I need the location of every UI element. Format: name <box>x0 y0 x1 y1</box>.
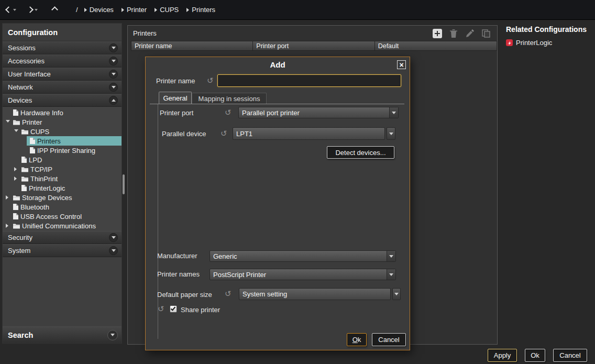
column-header-default[interactable]: Default <box>375 41 497 50</box>
printer-names-select[interactable]: PostScript Printer <box>210 269 396 280</box>
chevron-down-icon <box>112 47 116 49</box>
expand-category-button[interactable] <box>109 83 118 92</box>
tree-item-printer[interactable]: Printer <box>3 117 122 127</box>
breadcrumb-item-printer[interactable]: Printer <box>122 6 147 14</box>
category-system[interactable]: System <box>3 244 122 257</box>
expand-category-button[interactable] <box>109 57 118 65</box>
edit-button[interactable] <box>465 28 475 39</box>
expand-category-button[interactable] <box>109 233 118 242</box>
column-header-printer-port[interactable]: Printer port <box>253 41 374 50</box>
manufacturer-select[interactable]: Generic <box>210 250 396 262</box>
chevron-down-icon <box>112 60 116 62</box>
expand-category-button[interactable] <box>109 70 118 79</box>
tree-item-cups[interactable]: CUPS <box>3 127 122 136</box>
dialog-cancel-button[interactable]: Cancel <box>372 333 406 346</box>
tree-item-printers[interactable]: Printers <box>3 136 122 146</box>
column-header-printer-name[interactable]: Printer name <box>131 41 253 50</box>
ok-button[interactable]: Ok <box>525 349 545 362</box>
cancel-button[interactable]: Cancel <box>553 349 587 362</box>
reset-icon[interactable] <box>207 76 215 85</box>
duplicate-button[interactable] <box>481 28 491 39</box>
category-devices[interactable]: Devices <box>3 94 122 107</box>
expand-category-button[interactable] <box>109 246 118 255</box>
up-button[interactable] <box>52 6 57 14</box>
collapse-icon[interactable] <box>14 129 18 132</box>
dialog-ok-button[interactable]: Ok <box>347 333 367 346</box>
table-header-row: Printer name Printer port Default <box>131 41 497 51</box>
category-accessories[interactable]: Accessories <box>3 54 122 68</box>
share-printer-checkbox[interactable] <box>170 305 177 313</box>
breadcrumb-arrow-icon <box>155 8 157 12</box>
reset-icon[interactable] <box>225 108 233 117</box>
breadcrumb-root[interactable]: / <box>76 6 78 14</box>
breadcrumb-arrow-icon <box>122 8 124 12</box>
copy-icon <box>481 29 491 38</box>
breadcrumb-item-devices[interactable]: Devices <box>84 6 114 14</box>
tab-general[interactable]: General <box>159 92 192 104</box>
back-button[interactable] <box>6 6 11 14</box>
tree-item-printerlogic[interactable]: PrinterLogic <box>3 183 122 193</box>
collapse-icon[interactable] <box>6 120 10 123</box>
printer-name-input[interactable] <box>217 74 401 87</box>
paper-size-input[interactable]: System setting <box>239 288 391 300</box>
close-icon[interactable] <box>397 60 406 69</box>
forward-button[interactable] <box>28 6 32 14</box>
document-icon <box>21 185 27 191</box>
expand-icon[interactable] <box>14 167 17 171</box>
tree-item-tcp-ip[interactable]: TCP/IP <box>3 164 122 174</box>
category-user-interface[interactable]: User Interface <box>3 68 122 81</box>
printer-port-select[interactable]: Parallel port printer <box>238 107 399 118</box>
expand-icon[interactable] <box>14 177 17 181</box>
configuration-sidebar: Configuration Sessions Accessories User … <box>2 23 122 344</box>
tree-item-hardware-info[interactable]: Hardware Info <box>3 108 122 117</box>
tree-item-usb-access-control[interactable]: USB Access Control <box>3 212 122 221</box>
collapse-category-button[interactable] <box>109 96 118 105</box>
forward-icon <box>27 6 34 13</box>
document-icon <box>13 213 18 219</box>
breadcrumb-item-printers[interactable]: Printers <box>186 6 215 14</box>
reset-icon[interactable] <box>158 305 166 313</box>
tree-item-lpd[interactable]: LPD <box>3 155 122 164</box>
category-sessions[interactable]: Sessions <box>3 41 122 54</box>
forward-dropdown-icon[interactable] <box>35 9 38 11</box>
parallel-device-dropdown-button[interactable] <box>387 127 395 140</box>
breadcrumb-item-cups[interactable]: CUPS <box>155 6 179 14</box>
parallel-device-input[interactable]: LPT1 <box>233 127 385 140</box>
tree-item-thinprint[interactable]: ThinPrint <box>3 174 122 183</box>
search-section[interactable]: Search <box>3 326 122 343</box>
parallel-device-label: Parallel device <box>162 130 206 138</box>
folder-icon <box>21 129 28 135</box>
tab-mapping-in-sessions[interactable]: Mapping in sessions <box>192 93 267 104</box>
up-icon <box>51 6 58 13</box>
tree-item-ipp-printer-sharing[interactable]: IPP Printer Sharing <box>3 146 122 155</box>
related-item-printerlogic[interactable]: PrinterLogic <box>506 39 594 47</box>
add-dialog: Add Printer name General Mapping in sess… <box>145 57 410 350</box>
expand-icon[interactable] <box>6 195 8 200</box>
add-button[interactable] <box>432 28 443 39</box>
chevron-down-icon <box>112 249 116 252</box>
apply-button[interactable]: Apply <box>488 349 517 362</box>
detect-devices-button[interactable]: Detect devices... <box>327 146 394 159</box>
breadcrumb-arrow-icon <box>186 8 189 12</box>
document-icon <box>13 204 18 210</box>
tree-item-bluetooth[interactable]: Bluetooth <box>3 202 122 212</box>
category-security[interactable]: Security <box>3 231 122 244</box>
paper-size-dropdown-button[interactable] <box>392 288 401 300</box>
expand-category-button[interactable] <box>109 43 118 52</box>
category-network[interactable]: Network <box>3 81 122 94</box>
splitter-handle[interactable] <box>123 174 125 194</box>
tree-item-unified-communications[interactable]: Unified Communications <box>3 221 122 230</box>
check-icon <box>171 305 176 311</box>
reset-icon[interactable] <box>221 129 229 138</box>
dialog-title: Add <box>146 60 410 69</box>
search-expand-button[interactable] <box>107 330 118 340</box>
printer-names-label: Printer names <box>157 270 200 278</box>
back-dropdown-icon[interactable] <box>13 9 16 11</box>
reset-icon[interactable] <box>225 290 233 298</box>
document-icon <box>30 147 35 153</box>
printer-port-label: Printer port <box>160 109 193 117</box>
delete-button[interactable] <box>448 28 459 39</box>
tree-item-storage-devices[interactable]: Storage Devices <box>3 193 122 202</box>
expand-icon[interactable] <box>6 224 8 228</box>
chevron-down-icon <box>112 236 116 239</box>
